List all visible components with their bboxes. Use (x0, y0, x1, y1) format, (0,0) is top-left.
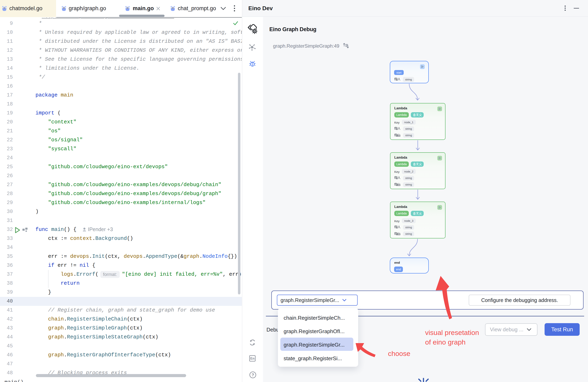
svg-text:choose: choose (388, 350, 410, 357)
svg-text:visual presetation: visual presetation (425, 329, 479, 336)
svg-text:of eino graph: of eino graph (425, 338, 466, 346)
